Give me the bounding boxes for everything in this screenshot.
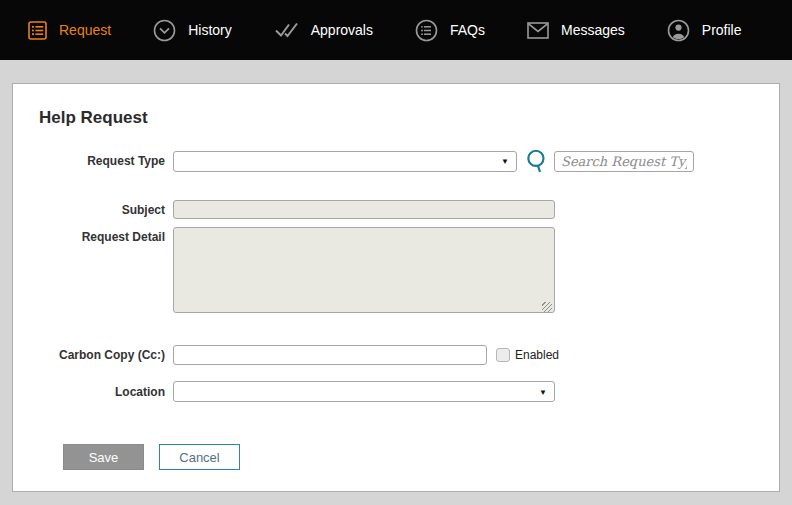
top-navbar: Request History Approvals [0,0,792,60]
location-label: Location [13,385,173,399]
carbon-copy-row: Carbon Copy (Cc:) Enabled [13,345,779,365]
nav-item-request[interactable]: Request [28,21,111,40]
request-detail-row: Request Detail [13,227,779,317]
location-row: Location [13,381,779,402]
nav-item-messages[interactable]: Messages [527,22,625,39]
messages-envelope-icon [527,22,549,39]
request-type-select[interactable] [173,151,517,172]
request-detail-label: Request Detail [13,227,173,244]
search-request-types-input[interactable] [554,151,694,172]
profile-person-icon [667,19,690,42]
cc-enabled-checkbox[interactable] [496,348,510,362]
subject-input[interactable] [173,200,555,219]
search-icon[interactable] [526,148,548,174]
nav-item-approvals[interactable]: Approvals [274,20,373,40]
nav-label-faqs: FAQs [450,22,485,38]
nav-label-history: History [188,22,232,38]
nav-label-messages: Messages [561,22,625,38]
faqs-list-icon [415,19,438,42]
carbon-copy-label: Carbon Copy (Cc:) [13,348,173,362]
location-select[interactable] [173,381,555,402]
page-title: Help Request [39,84,779,128]
nav-item-profile[interactable]: Profile [667,19,742,42]
approvals-check-icon [274,20,299,40]
history-icon [153,19,176,42]
request-detail-textarea[interactable] [173,227,555,313]
carbon-copy-input[interactable] [173,345,487,365]
save-button[interactable]: Save [63,444,144,470]
request-type-label: Request Type [13,154,173,168]
subject-row: Subject [13,200,779,219]
nav-label-profile: Profile [702,22,742,38]
cancel-button[interactable]: Cancel [159,444,240,470]
help-request-panel: Help Request Request Type Subject Reques… [12,83,780,492]
nav-item-faqs[interactable]: FAQs [415,19,485,42]
cc-enabled-label: Enabled [515,348,559,362]
form-actions: Save Cancel [63,444,779,470]
nav-label-approvals: Approvals [311,22,373,38]
request-type-row: Request Type [13,148,779,174]
subject-label: Subject [13,203,173,217]
request-list-icon [28,21,47,40]
nav-item-history[interactable]: History [153,19,232,42]
nav-label-request: Request [59,22,111,38]
request-detail-textarea-wrap [173,227,555,317]
